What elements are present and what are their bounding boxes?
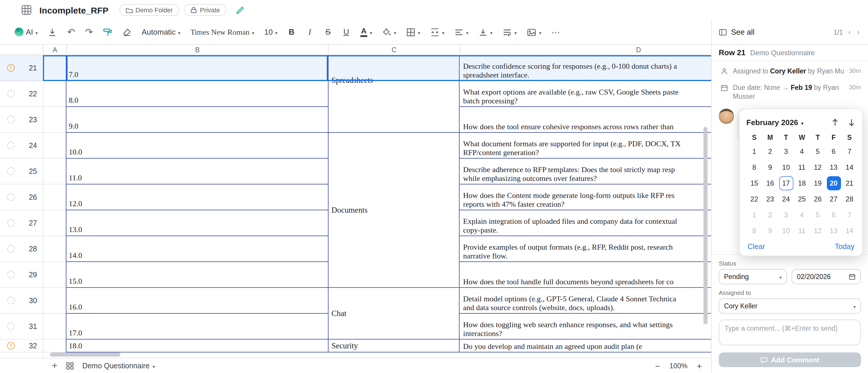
calendar-day-16[interactable]: 16 xyxy=(762,175,778,191)
calendar-day-10[interactable]: 10 xyxy=(778,159,794,175)
calendar-day-10-next-month[interactable]: 10 xyxy=(778,223,794,239)
cell-d-22[interactable]: What export options are available (e.g.,… xyxy=(460,81,711,107)
column-header-A[interactable]: A xyxy=(43,44,66,55)
row-status-icon[interactable] xyxy=(0,184,21,210)
cell-c-documents[interactable]: Documents xyxy=(328,133,460,288)
merge-cells-button[interactable] xyxy=(427,24,447,40)
text-color-button[interactable]: A xyxy=(357,24,375,40)
cell-d-31[interactable]: How does toggling web search enhance res… xyxy=(460,314,711,340)
text-wrap-button[interactable] xyxy=(499,24,520,40)
calendar-day-9[interactable]: 9 xyxy=(762,159,778,175)
calendar-day-6[interactable]: 6 xyxy=(826,143,842,159)
spreadsheet[interactable]: ABCD!217.0Describe confidence scoring fo… xyxy=(0,44,711,358)
month-year-dropdown[interactable]: February 2026 xyxy=(746,118,803,127)
cell-a[interactable] xyxy=(43,55,66,81)
clear-button[interactable]: Clear xyxy=(747,243,765,251)
calendar-day-19[interactable]: 19 xyxy=(810,175,826,191)
row-number-cell[interactable]: 25 xyxy=(21,159,43,184)
column-header-C[interactable]: C xyxy=(328,44,460,55)
calendar-day-26[interactable]: 26 xyxy=(810,191,826,207)
bold-button[interactable]: B xyxy=(284,24,299,40)
row-number-cell[interactable]: 33 xyxy=(21,352,43,358)
cell-a[interactable] xyxy=(43,340,66,352)
prev-month-arrow[interactable] xyxy=(831,118,839,127)
row-number-cell[interactable]: 32 xyxy=(21,340,43,352)
calendar-day-3[interactable]: 3 xyxy=(778,143,794,159)
cell-c-chat[interactable]: Chat xyxy=(328,288,460,340)
row-status-icon[interactable] xyxy=(0,352,21,358)
calendar-day-1[interactable]: 1 xyxy=(746,143,762,159)
row-number-cell[interactable]: 29 xyxy=(21,262,43,288)
row-status-icon[interactable] xyxy=(0,159,21,184)
add-sheet-button[interactable]: + xyxy=(52,360,58,372)
column-header-D[interactable]: D xyxy=(460,44,711,55)
cell-d-21[interactable]: Describe confidence scoring for response… xyxy=(460,55,711,81)
cell-a[interactable] xyxy=(43,288,66,314)
cell-b-27[interactable]: 13.0 xyxy=(66,210,328,236)
cell-a[interactable] xyxy=(43,262,66,288)
borders-button[interactable] xyxy=(403,24,423,40)
cell-b-22[interactable]: 8.0 xyxy=(66,81,328,107)
calendar-day-12-next-month[interactable]: 12 xyxy=(810,223,826,239)
cell-d-29[interactable]: How does the tool handle full documents … xyxy=(460,262,711,288)
cell-a[interactable] xyxy=(43,133,66,159)
calendar-day-7-next-month[interactable]: 7 xyxy=(842,207,858,223)
row-number-cell[interactable]: 21 xyxy=(21,55,43,81)
calendar-day-9-next-month[interactable]: 9 xyxy=(762,223,778,239)
calendar-day-11-next-month[interactable]: 11 xyxy=(794,223,810,239)
row-number-cell[interactable]: 27 xyxy=(21,210,43,236)
cell-b-21[interactable]: 7.0 xyxy=(66,55,328,81)
eraser-button[interactable] xyxy=(119,24,134,40)
cell-d-32[interactable]: Do you develop and maintain an agreed up… xyxy=(460,340,711,352)
cell-d-28[interactable]: Provide examples of output formats (e.g.… xyxy=(460,236,711,262)
cell-a[interactable] xyxy=(43,81,66,107)
calendar-day-6-next-month[interactable]: 6 xyxy=(826,207,842,223)
font-size-dropdown[interactable]: 10 xyxy=(261,24,280,40)
calendar-day-27[interactable]: 27 xyxy=(826,191,842,207)
calendar-day-17[interactable]: 17 xyxy=(778,175,794,191)
calendar-day-4-next-month[interactable]: 4 xyxy=(794,207,810,223)
rename-pencil-icon[interactable] xyxy=(236,6,245,14)
cell-b-25[interactable]: 11.0 xyxy=(66,159,328,184)
calendar-day-18[interactable]: 18 xyxy=(794,175,810,191)
row-number-cell[interactable]: 28 xyxy=(21,236,43,262)
cell-b-30[interactable]: 16.0 xyxy=(66,288,328,314)
calendar-day-21[interactable]: 21 xyxy=(842,175,858,191)
cell-a[interactable] xyxy=(43,159,66,184)
calendar-day-13-next-month[interactable]: 13 xyxy=(826,223,842,239)
row-number-cell[interactable]: 24 xyxy=(21,133,43,159)
next-month-arrow[interactable] xyxy=(847,118,856,127)
calendar-day-14[interactable]: 14 xyxy=(842,159,858,175)
calendar-day-2[interactable]: 2 xyxy=(762,143,778,159)
calendar-day-8[interactable]: 8 xyxy=(746,159,762,175)
sheet-list-button[interactable] xyxy=(66,362,74,370)
calendar-day-5-next-month[interactable]: 5 xyxy=(810,207,826,223)
folder-badge[interactable]: Demo Folder xyxy=(119,4,179,16)
row-status-icon[interactable]: ! xyxy=(0,340,21,352)
cell-d-26[interactable]: How does the Content mode generate long-… xyxy=(460,184,711,210)
status-select[interactable]: Pending xyxy=(719,269,787,284)
vertical-align-button[interactable] xyxy=(475,24,495,40)
cell-c-spreadsheets[interactable]: Spreadsheets xyxy=(328,55,460,133)
calendar-day-23[interactable]: 23 xyxy=(762,191,778,207)
cell-b-23[interactable]: 9.0 xyxy=(66,107,328,133)
row-status-icon[interactable] xyxy=(0,314,21,340)
insert-image-button[interactable] xyxy=(524,24,544,40)
prev-item-button[interactable]: ‹ xyxy=(847,28,852,36)
download-button[interactable] xyxy=(45,24,60,40)
calendar-day-28[interactable]: 28 xyxy=(842,191,858,207)
row-status-icon[interactable] xyxy=(0,288,21,314)
ai-button[interactable]: AI xyxy=(12,24,41,40)
calendar-day-8-next-month[interactable]: 8 xyxy=(746,223,762,239)
calendar-day-7[interactable]: 7 xyxy=(842,143,858,159)
zoom-level[interactable]: 100% xyxy=(670,362,687,370)
privacy-badge[interactable]: Private xyxy=(184,4,226,16)
cell-c-security[interactable]: Security xyxy=(328,340,460,352)
calendar-day-24[interactable]: 24 xyxy=(778,191,794,207)
cell-a[interactable] xyxy=(43,184,66,210)
row-status-icon[interactable] xyxy=(0,133,21,159)
cell-a[interactable] xyxy=(43,210,66,236)
row-number-cell[interactable]: 22 xyxy=(21,81,43,107)
see-all-button[interactable]: See all xyxy=(731,28,754,36)
strikethrough-button[interactable]: S xyxy=(321,24,335,40)
